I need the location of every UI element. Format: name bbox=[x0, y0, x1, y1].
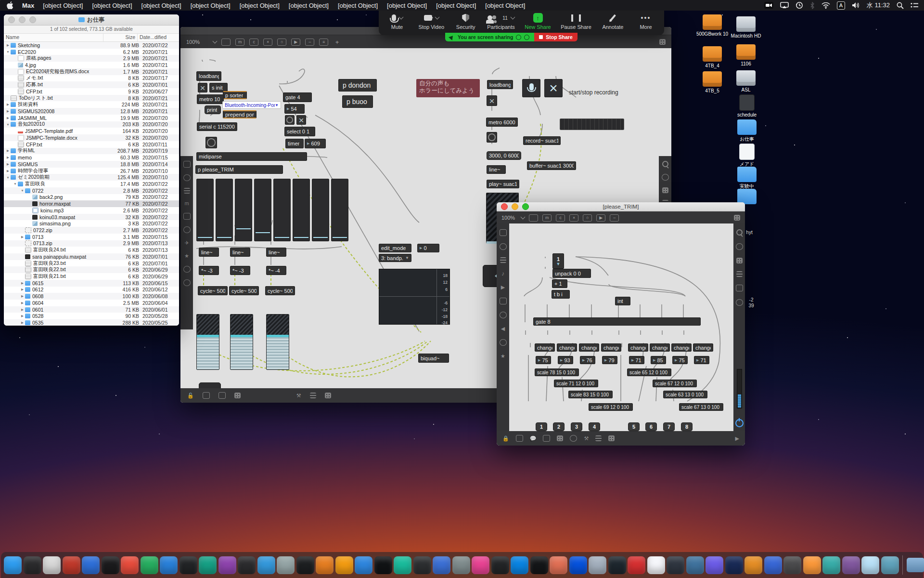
menu-item[interactable]: [object Object] bbox=[338, 2, 378, 9]
grid-icon[interactable] bbox=[734, 215, 740, 221]
finder-row[interactable]: JSMPC-Template.pdf 164 KB 2020/07/20 bbox=[4, 128, 179, 134]
finder-row[interactable]: ▶ 0612 416 KB 2020/06/12 bbox=[4, 287, 179, 293]
message-box-icon[interactable]: m bbox=[235, 39, 244, 46]
menu-item[interactable]: [object Object] bbox=[485, 2, 525, 9]
max-object[interactable]: 75 bbox=[672, 356, 688, 364]
disclosure-triangle[interactable]: ▶ bbox=[6, 162, 10, 166]
speaker-icon[interactable]: ◀ bbox=[501, 326, 505, 332]
audio-grid-icon[interactable] bbox=[325, 393, 331, 398]
dock-app-icon[interactable] bbox=[764, 556, 782, 574]
finder-row[interactable]: ▶ Sketching 88.9 MB 2020/07/22 bbox=[4, 42, 179, 49]
grid-toggle-icon[interactable] bbox=[234, 393, 241, 398]
paperclip-icon[interactable] bbox=[500, 312, 507, 318]
disclosure-triangle[interactable]: ▶ bbox=[20, 308, 25, 312]
finder-row[interactable]: 4.jpg 1.6 MB 2020/07/21 bbox=[4, 62, 179, 68]
dock-app-icon[interactable] bbox=[452, 556, 470, 574]
console-icon[interactable] bbox=[595, 435, 602, 441]
participants-button[interactable]: 11 Participants bbox=[487, 13, 514, 30]
max-object[interactable]: timer bbox=[285, 139, 304, 148]
disclosure-triangle[interactable]: ▶ bbox=[20, 321, 25, 325]
finder-row[interactable]: ▶ memo 60.3 MB 2020/07/15 bbox=[4, 154, 179, 161]
max-object[interactable]: 3000, 0 6000 bbox=[487, 151, 521, 160]
button-icon[interactable]: ○ bbox=[277, 39, 286, 46]
max-object[interactable]: print bbox=[205, 105, 221, 114]
disclosure-triangle[interactable]: ▶ bbox=[6, 169, 10, 173]
finder-row[interactable]: ▼ 音知202010 203 KB 2020/07/20 bbox=[4, 121, 179, 128]
add-icon[interactable]: + bbox=[333, 39, 341, 45]
max-object[interactable]: unpack 0 0 bbox=[552, 269, 591, 278]
message-box-icon[interactable]: m bbox=[542, 214, 552, 222]
menu-bar-clock[interactable]: 水 11:32 bbox=[867, 1, 890, 10]
object-palette-icon[interactable] bbox=[183, 161, 191, 168]
dock-app-icon[interactable] bbox=[374, 556, 392, 574]
dock-app-icon[interactable] bbox=[822, 556, 840, 574]
dock-app-icon[interactable] bbox=[277, 556, 295, 574]
grid-toggle-icon[interactable] bbox=[557, 435, 563, 441]
column-header-name[interactable]: Name bbox=[4, 34, 103, 41]
max-object[interactable]: select 0 1 bbox=[284, 127, 315, 136]
max-object[interactable]: scale 78 15 0 100 bbox=[535, 368, 579, 376]
dock-app-icon[interactable] bbox=[530, 556, 548, 574]
wrench-icon[interactable]: ⚒ bbox=[296, 393, 301, 399]
disclosure-triangle[interactable]: ▶ bbox=[6, 116, 10, 120]
max-object[interactable] bbox=[312, 179, 329, 241]
new-object-icon[interactable] bbox=[529, 214, 538, 222]
max-object[interactable]: 8 bbox=[681, 422, 693, 431]
dock-app-icon[interactable] bbox=[608, 556, 626, 574]
dock-app-icon[interactable] bbox=[706, 556, 723, 574]
finder-row[interactable]: ▶ 0601 71 KB 2020/06/01 bbox=[4, 306, 179, 313]
stop-video-button[interactable]: Stop Video bbox=[419, 13, 445, 30]
disclosure-triangle[interactable]: ▶ bbox=[6, 43, 10, 47]
max-object[interactable]: gate 8 bbox=[533, 317, 701, 326]
max-object[interactable]: scale 69 12 0 100 bbox=[589, 403, 633, 411]
max-object[interactable]: t b i bbox=[552, 290, 570, 299]
finder-row[interactable]: ▶ 学科ML 208.7 MB 2020/07/19 bbox=[4, 148, 179, 155]
please-trim-window[interactable]: [please_TRIM] 100% m c × ○ ▶ – ♪ ▶ ◀ ★ bbox=[497, 202, 745, 446]
wifi-icon[interactable] bbox=[821, 2, 830, 9]
max-object[interactable] bbox=[273, 179, 291, 241]
finder-row[interactable]: ▶ SIGMUS202008 12.8 MB 2020/07/21 bbox=[4, 108, 179, 115]
max-object[interactable]: 79 bbox=[602, 356, 617, 364]
max-object[interactable]: metro 10 bbox=[197, 94, 224, 104]
max-object[interactable]: 609 bbox=[305, 139, 326, 148]
o-icon[interactable] bbox=[500, 339, 507, 346]
filtergraph[interactable]: 18 12 6 -6 -12 -18 -24 bbox=[379, 269, 450, 325]
grid-icon[interactable] bbox=[662, 187, 668, 193]
zoom-fit-icon[interactable] bbox=[516, 435, 523, 442]
column-header-date[interactable]: Date...dified bbox=[137, 34, 179, 41]
max-object[interactable] bbox=[296, 115, 306, 125]
disclosure-triangle[interactable]: ▼ bbox=[20, 189, 25, 192]
finder-row[interactable]: ▶ 技術資料 224 MB 2020/07/21 bbox=[4, 101, 179, 108]
max-object[interactable]: buffer~ suac1 3000 bbox=[527, 161, 576, 170]
max-object[interactable]: play~ suac1 bbox=[487, 180, 519, 188]
dock-app-icon[interactable] bbox=[589, 556, 606, 574]
finder-row[interactable]: ▶ JASMIM_ML 19.9 MB 2020/07/20 bbox=[4, 115, 179, 121]
max-object[interactable]: cycle~ 500 bbox=[229, 286, 259, 295]
finder-row[interactable]: 富田咲良23.txt 6 KB 2020/07/01 bbox=[4, 260, 179, 267]
desktop-icon[interactable]: 500GBwork 10 bbox=[694, 14, 730, 37]
switcher-icon[interactable] bbox=[911, 2, 918, 8]
desktop-icon[interactable]: お仕事 bbox=[729, 119, 765, 142]
max-object[interactable]: change bbox=[671, 343, 692, 352]
button-icon[interactable]: ○ bbox=[583, 214, 592, 222]
finder-row[interactable]: ▼ 0722 2.8 MB 2020/07/22 bbox=[4, 187, 179, 194]
finder-window[interactable]: お仕事 1 of 102 selected, 773.13 GB availab… bbox=[4, 14, 179, 326]
gear-icon[interactable] bbox=[183, 174, 191, 181]
grid-icon[interactable] bbox=[736, 258, 743, 263]
max-object[interactable] bbox=[254, 179, 271, 241]
finder-row[interactable]: koinu.mp3 2.6 MB 2020/07/22 bbox=[4, 207, 179, 214]
max-object[interactable]: scale 65 12 0 100 bbox=[627, 368, 671, 376]
max-object[interactable]: start/stop recording bbox=[567, 89, 627, 96]
info-icon[interactable] bbox=[736, 243, 743, 250]
dock-app-icon[interactable] bbox=[725, 556, 743, 574]
max-object[interactable]: change bbox=[693, 343, 713, 352]
dock-app-icon[interactable] bbox=[511, 556, 528, 574]
dock-app-icon[interactable] bbox=[803, 556, 821, 574]
finder-row[interactable]: CFP.txt 9 KB 2020/06/27 bbox=[4, 88, 179, 95]
max-object[interactable]: scale 83 15 0 100 bbox=[568, 391, 613, 398]
finder-row[interactable]: ▶ 時間学会理事 26.7 MB 2020/07/10 bbox=[4, 168, 179, 174]
max-object[interactable]: 6 bbox=[645, 422, 657, 431]
finder-row[interactable]: 原稿.pages 2.9 MB 2020/07/21 bbox=[4, 55, 179, 62]
disclosure-triangle[interactable]: ▶ bbox=[20, 235, 25, 239]
zoom-camera-icon[interactable] bbox=[764, 2, 773, 9]
